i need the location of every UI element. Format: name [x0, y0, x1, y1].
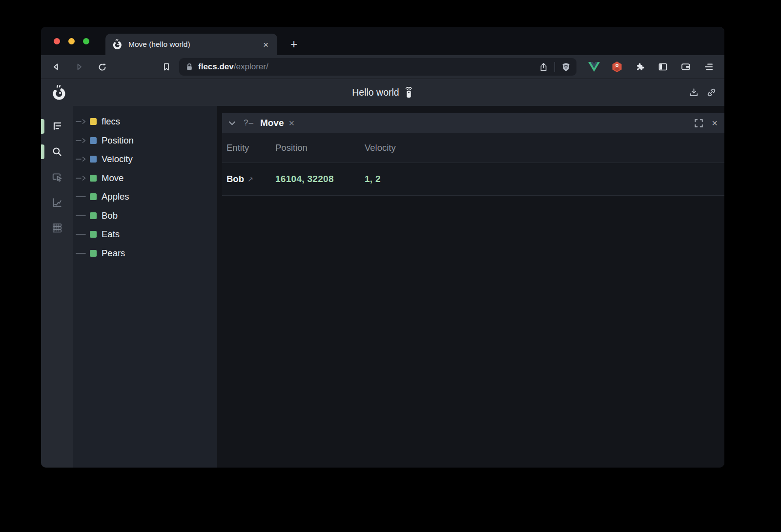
- line-chart-icon: [52, 197, 62, 208]
- new-tab-button[interactable]: +: [286, 36, 302, 52]
- close-window-button[interactable]: [54, 38, 60, 44]
- tree-item-label[interactable]: Move: [102, 173, 123, 184]
- url-text: flecs.dev/explorer/: [198, 62, 268, 72]
- tree-outline-icon: [52, 121, 62, 132]
- entity-kind-square: [90, 212, 97, 219]
- column-header-position: Position: [275, 143, 365, 153]
- tree-item-label[interactable]: Position: [102, 135, 134, 146]
- tree-item-apples[interactable]: Apples: [73, 187, 217, 206]
- entity-name[interactable]: Bob: [226, 174, 244, 184]
- expand-arrow-icon[interactable]: [76, 118, 88, 125]
- tree-item-label[interactable]: Bob: [102, 210, 118, 221]
- window-controls: [54, 27, 89, 55]
- back-icon: [52, 62, 61, 71]
- extensions-button[interactable]: [632, 59, 648, 75]
- maximize-window-button[interactable]: [83, 38, 89, 44]
- chevron-down-icon[interactable]: [229, 121, 235, 125]
- tree-connector-line: [76, 250, 88, 257]
- expand-arrow-icon[interactable]: [76, 156, 88, 163]
- browser-window: Move (hello world) × +: [41, 27, 724, 468]
- brave-shield-button[interactable]: [561, 62, 571, 72]
- entity-kind-square: [90, 231, 97, 238]
- back-button[interactable]: [48, 59, 64, 75]
- download-button[interactable]: [689, 87, 699, 98]
- address-bar[interactable]: flecs.dev/explorer/: [179, 58, 576, 76]
- world-title: Hello world: [352, 87, 399, 98]
- tree-item-bob[interactable]: Bob: [73, 206, 217, 225]
- query-search-button[interactable]: [41, 139, 73, 164]
- wallet-icon: [681, 62, 691, 72]
- inspect-button[interactable]: [41, 164, 73, 190]
- position-value: 16104, 32208: [275, 174, 365, 184]
- expand-arrow-icon[interactable]: [76, 175, 88, 182]
- query-clear-icon[interactable]: ×: [289, 118, 295, 128]
- minimize-window-button[interactable]: [68, 38, 75, 44]
- flecs-favicon-icon: [112, 39, 123, 50]
- table-row[interactable]: Bob ↗ 16104, 32208 1, 2: [222, 163, 724, 196]
- sidebar-panel-icon: [658, 62, 668, 72]
- share-button[interactable]: [539, 62, 548, 72]
- tab-close-icon[interactable]: ×: [261, 39, 270, 50]
- panel-close-button[interactable]: ×: [712, 118, 718, 128]
- lock-icon: [185, 62, 194, 71]
- link-icon: [706, 87, 717, 98]
- reload-button[interactable]: [94, 59, 110, 75]
- query-panel: ?– Move ×: [222, 113, 724, 196]
- query-panel-header: ?– Move ×: [222, 113, 724, 133]
- tree-view-button[interactable]: [41, 114, 73, 139]
- vue-devtools-extension-button[interactable]: [586, 59, 602, 75]
- wallet-button[interactable]: [678, 59, 694, 75]
- puzzle-icon: [635, 62, 645, 72]
- vue-icon: [588, 62, 600, 72]
- entity-kind-square: [90, 118, 97, 125]
- entity-kind-square: [90, 137, 97, 144]
- stats-chart-button[interactable]: [41, 190, 73, 215]
- hexagon-icon: [612, 61, 622, 73]
- tab-title: Move (hello world): [128, 40, 261, 49]
- app-body: flecs Position Velocity Move Apples Bob …: [41, 106, 724, 468]
- tree-item-flecs[interactable]: flecs: [73, 112, 217, 131]
- panel-header-actions: ×: [695, 118, 718, 128]
- tree-item-label[interactable]: Pears: [102, 248, 125, 259]
- tree-item-position[interactable]: Position: [73, 131, 217, 150]
- tree-item-label[interactable]: Apples: [102, 191, 129, 202]
- tree-connector-line: [76, 231, 88, 238]
- hexagon-extension-button[interactable]: [609, 59, 625, 75]
- reload-icon: [98, 62, 107, 72]
- entity-kind-square: [90, 250, 97, 257]
- expand-arrow-icon[interactable]: [76, 137, 88, 144]
- icon-rail: [41, 106, 73, 468]
- extension-icons: [586, 59, 717, 75]
- results-table-header: Entity Position Velocity: [222, 133, 724, 163]
- memory-stats-button[interactable]: [41, 215, 73, 241]
- entity-kind-square: [90, 175, 97, 182]
- fullscreen-button[interactable]: [695, 119, 703, 127]
- tree-item-velocity[interactable]: Velocity: [73, 150, 217, 169]
- bookmark-icon: [162, 62, 171, 71]
- forward-button[interactable]: [71, 59, 87, 75]
- copy-link-button[interactable]: [706, 87, 717, 98]
- tree-item-label[interactable]: Velocity: [102, 154, 133, 164]
- tree-item-label[interactable]: Eats: [102, 229, 120, 240]
- tree-item-move[interactable]: Move: [73, 169, 217, 188]
- column-header-entity: Entity: [226, 143, 275, 153]
- inspect-cursor-icon: [52, 172, 62, 183]
- column-header-velocity: Velocity: [365, 143, 724, 153]
- external-link-icon[interactable]: ↗: [247, 175, 253, 183]
- browser-tab[interactable]: Move (hello world) ×: [105, 34, 277, 55]
- sidebar-toggle-button[interactable]: [655, 59, 671, 75]
- tree-item-eats[interactable]: Eats: [73, 225, 217, 244]
- bookmark-button[interactable]: [159, 59, 174, 75]
- entity-cell: Bob ↗: [226, 174, 275, 184]
- forward-icon: [75, 62, 83, 71]
- remote-connection-icon[interactable]: [404, 87, 413, 98]
- flecs-logo-icon[interactable]: [52, 85, 67, 101]
- tree-item-label[interactable]: flecs: [102, 116, 120, 127]
- app-header-actions: [689, 79, 717, 106]
- url-path: /explorer/: [234, 62, 268, 71]
- tree-item-pears[interactable]: Pears: [73, 244, 217, 263]
- app-header: Hello world: [41, 79, 724, 106]
- browser-menu-button[interactable]: [701, 59, 717, 75]
- entity-kind-square: [90, 156, 97, 163]
- tree-connector-line: [76, 193, 88, 200]
